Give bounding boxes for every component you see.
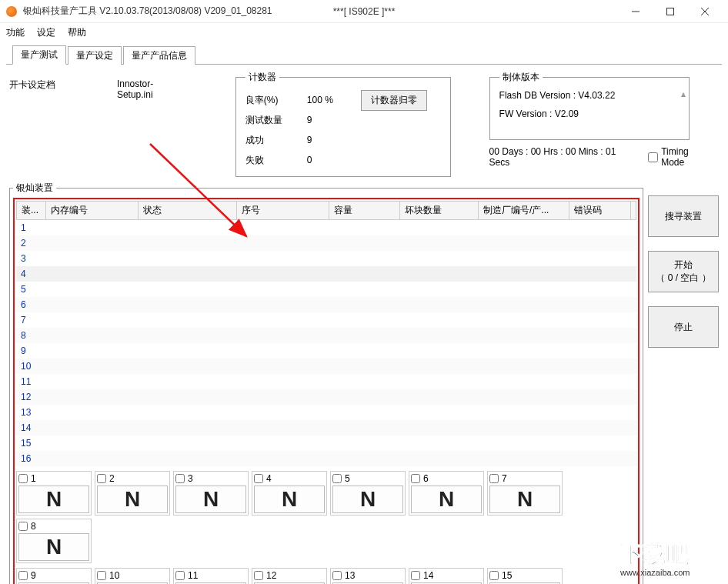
search-devices-button[interactable]: 搜寻装置 xyxy=(648,195,719,237)
slot-status-letter: N xyxy=(411,486,482,513)
slot-number: 13 xyxy=(345,570,355,581)
row-number: 15 xyxy=(16,438,45,449)
annotation-highlight-box: 装... 内存编号 状态 序号 容量 坏块数量 制造厂编号/产... 错误码 1… xyxy=(13,198,640,584)
table-row[interactable]: 16 xyxy=(16,451,636,466)
col-error[interactable]: 错误码 xyxy=(569,202,631,219)
slot-status-letter: N xyxy=(18,486,89,513)
row-number: 6 xyxy=(16,299,45,310)
table-row[interactable]: 10 xyxy=(16,359,636,374)
table-row[interactable]: 3 xyxy=(16,251,636,266)
device-slot: 4N xyxy=(252,471,327,516)
row-number: 10 xyxy=(16,361,45,372)
table-row[interactable]: 11 xyxy=(16,374,636,389)
col-mfg[interactable]: 制造厂编号/产... xyxy=(479,202,569,219)
table-row[interactable]: 14 xyxy=(16,420,636,435)
table-row[interactable]: 9 xyxy=(16,343,636,359)
table-row[interactable]: 13 xyxy=(16,405,636,420)
row-number: 11 xyxy=(16,376,45,387)
slot-checkbox[interactable] xyxy=(332,474,342,483)
window-title-center: ***[ IS902E ]*** xyxy=(333,6,396,17)
row-number: 16 xyxy=(16,453,45,464)
slot-number: 6 xyxy=(423,473,429,484)
slot-checkbox[interactable] xyxy=(18,474,28,483)
fail-value: 0 xyxy=(307,155,361,165)
slot-checkbox[interactable] xyxy=(97,474,106,483)
minimize-button[interactable] xyxy=(618,1,653,22)
slot-checkbox[interactable] xyxy=(411,571,420,580)
yield-label: 良率(%) xyxy=(245,94,307,107)
slots-row-1: 1N2N3N4N5N6N7N8N xyxy=(16,471,636,563)
table-row[interactable]: 7 xyxy=(16,312,636,328)
slot-checkbox[interactable] xyxy=(97,571,106,580)
table-header: 装... 内存编号 状态 序号 容量 坏块数量 制造厂编号/产... 错误码 xyxy=(16,201,636,220)
col-device[interactable]: 装... xyxy=(17,202,46,219)
row-number: 12 xyxy=(16,392,45,402)
testcount-value: 9 xyxy=(307,115,361,125)
col-capacity[interactable]: 容量 xyxy=(329,202,400,219)
start-button[interactable]: 开始 （ 0 / 空白 ） xyxy=(648,251,719,292)
slot-status-letter: N xyxy=(254,486,325,513)
tab-test[interactable]: 量产测试 xyxy=(12,45,66,65)
device-slot: 8N xyxy=(16,519,92,563)
watermark: 下载吧 www.xiazaiba.com xyxy=(613,536,728,584)
col-status[interactable]: 状态 xyxy=(139,202,237,219)
device-slot: 1N xyxy=(16,471,92,516)
slot-checkbox[interactable] xyxy=(489,571,499,580)
table-row[interactable]: 1 xyxy=(16,220,636,235)
row-number: 5 xyxy=(16,284,45,295)
close-button[interactable] xyxy=(687,1,722,22)
slot-checkbox[interactable] xyxy=(254,474,263,483)
flashdb-version: Flash DB Version : V4.03.22 xyxy=(499,90,680,101)
counter-reset-button[interactable]: 计数器归零 xyxy=(361,90,427,111)
row-number: 1 xyxy=(16,222,45,233)
slot-checkbox[interactable] xyxy=(18,522,28,531)
col-serial[interactable]: 序号 xyxy=(237,202,329,219)
timing-mode-checkbox-label[interactable]: Timing Mode xyxy=(648,146,714,168)
slot-checkbox[interactable] xyxy=(175,474,185,483)
menu-function[interactable]: 功能 xyxy=(6,26,25,39)
slot-checkbox[interactable] xyxy=(175,571,185,580)
tab-product[interactable]: 量产产品信息 xyxy=(123,46,195,65)
tab-settings[interactable]: 量产设定 xyxy=(68,46,122,65)
col-badblocks[interactable]: 坏块数量 xyxy=(400,202,479,219)
table-row[interactable]: 5 xyxy=(16,282,636,297)
slot-status-letter: N xyxy=(175,486,246,513)
window-title: 银灿科技量产工具 V2.10.03.78(2013/08/08) V209_01… xyxy=(23,5,272,18)
slot-number: 11 xyxy=(188,570,198,581)
slot-checkbox[interactable] xyxy=(332,571,342,580)
row-number: 8 xyxy=(16,330,45,341)
slot-number: 15 xyxy=(502,570,512,581)
slot-checkbox[interactable] xyxy=(489,474,499,483)
slot-checkbox[interactable] xyxy=(411,474,420,483)
stop-button[interactable]: 停止 xyxy=(648,306,719,348)
svg-rect-1 xyxy=(666,8,673,15)
scroll-up-icon[interactable]: ▴ xyxy=(681,88,686,99)
slot-checkbox[interactable] xyxy=(18,571,28,580)
table-row[interactable]: 6 xyxy=(16,297,636,312)
maximize-button[interactable] xyxy=(653,1,687,22)
slot-number: 9 xyxy=(31,570,36,581)
menu-settings[interactable]: 设定 xyxy=(37,26,55,39)
slot-status-letter: N xyxy=(332,486,403,513)
table-row[interactable]: 12 xyxy=(16,389,636,405)
app-icon xyxy=(6,6,17,17)
table-row[interactable]: 8 xyxy=(16,328,636,343)
timing-mode-checkbox[interactable] xyxy=(648,152,658,162)
yield-value: 100 % xyxy=(307,95,361,105)
table-row[interactable]: 4 xyxy=(16,266,636,282)
fail-label: 失败 xyxy=(245,154,307,167)
menu-help[interactable]: 帮助 xyxy=(68,26,86,39)
table-row[interactable]: 2 xyxy=(16,235,636,251)
col-memid[interactable]: 内存编号 xyxy=(46,202,139,219)
table-row[interactable]: 15 xyxy=(16,435,636,451)
slot-status-letter: N xyxy=(489,486,560,513)
device-slot: 14N xyxy=(409,568,484,584)
table-body: 12345678910111213141516 xyxy=(16,220,636,466)
device-slot: 9N xyxy=(16,568,92,584)
svg-text:下载吧: 下载吧 xyxy=(619,542,690,567)
slot-checkbox[interactable] xyxy=(254,571,263,580)
device-slot: 7N xyxy=(487,471,563,516)
device-slot: 5N xyxy=(330,471,406,516)
card-setting-label: 开卡设定档 xyxy=(9,71,102,92)
device-slot: 3N xyxy=(173,471,249,516)
